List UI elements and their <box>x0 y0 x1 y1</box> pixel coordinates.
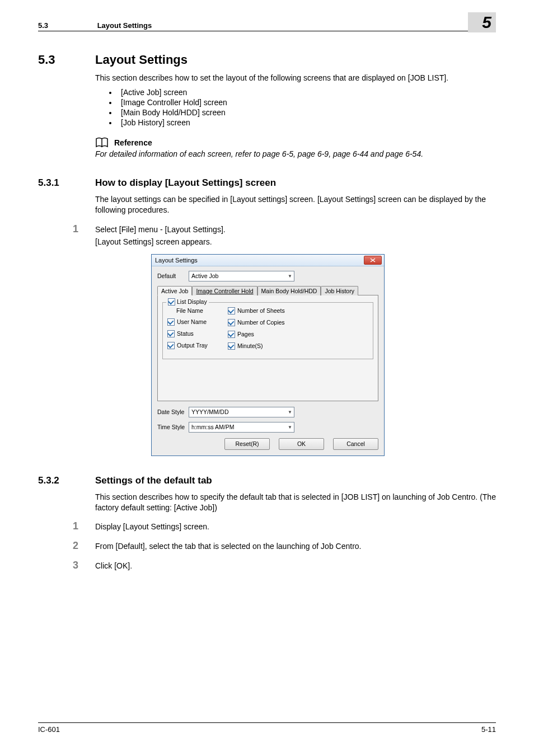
minutes-label: Minute(S) <box>237 342 263 349</box>
step-number: 1 <box>73 223 95 235</box>
list-display-legend: List Display <box>166 298 209 306</box>
reference-icon <box>95 137 110 148</box>
step-number: 2 <box>73 540 95 552</box>
default-combobox[interactable]: Active Job ▼ <box>189 271 294 281</box>
chapter-number: 5 <box>482 13 491 31</box>
tab-panel-active-job: List Display File Name User Name <box>157 295 378 401</box>
layout-settings-dialog-figure: Layout Settings Default Active Job ▼ <box>151 254 496 456</box>
step-number: 3 <box>73 560 95 571</box>
pages-row: Pages <box>228 331 312 338</box>
number-of-copies-checkbox[interactable] <box>228 319 235 326</box>
step-row: 2 From [Default], select the tab that is… <box>95 540 496 552</box>
list-display-legend-text: List Display <box>177 298 207 305</box>
footer-right: 5-11 <box>481 725 496 734</box>
user-name-row: User Name <box>167 318 228 326</box>
status-row: Status <box>167 330 228 337</box>
footer-left: IC-601 <box>38 725 60 734</box>
ok-button[interactable]: OK <box>279 438 324 450</box>
section-5-3-bullets: [Active Job] screen [Image Controller Ho… <box>95 88 496 127</box>
step-text: Select [File] menu - [Layout Settings]. <box>95 225 496 234</box>
dialog-buttons: Reset(R) OK Cancel <box>157 438 378 450</box>
bullet-item: [Job History] screen <box>118 118 496 127</box>
number-of-copies-label: Number of Copies <box>237 319 285 326</box>
section-5-3-1-title: How to display [Layout Settings] screen <box>95 177 276 189</box>
step-text: Click [OK]. <box>95 561 496 570</box>
step-text: Display [Layout Settings] screen. <box>95 522 496 531</box>
step-number: 1 <box>73 520 95 532</box>
reference-label: Reference <box>114 138 152 147</box>
date-style-value: YYYY/MM/DD <box>191 408 229 415</box>
layout-settings-dialog: Layout Settings Default Active Job ▼ <box>151 254 385 456</box>
section-5-3-2-title: Settings of the default tab <box>95 475 212 486</box>
pages-checkbox[interactable] <box>228 331 235 338</box>
reference-text: For detailed information of each screen,… <box>95 149 496 158</box>
close-icon <box>370 258 376 262</box>
default-combobox-value: Active Job <box>191 273 218 279</box>
list-display-checkbox[interactable] <box>168 298 175 306</box>
section-5-3-1-number: 5.3.1 <box>38 177 95 189</box>
bullet-item: [Main Body Hold/HDD] screen <box>118 108 496 117</box>
step-row: 1 Display [Layout Settings] screen. <box>95 520 496 532</box>
reference-row: Reference <box>95 137 496 148</box>
time-style-value: h:mm:ss AM/PM <box>191 424 234 430</box>
step-text: From [Default], select the tab that is s… <box>95 542 496 551</box>
tab-main-body-hold[interactable]: Main Body Hold/HDD <box>257 286 321 295</box>
number-of-copies-row: Number of Copies <box>228 319 312 326</box>
pages-label: Pages <box>237 331 254 337</box>
section-5-3-number: 5.3 <box>38 53 95 67</box>
status-label: Status <box>177 330 194 337</box>
step-subtext: [Layout Settings] screen appears. <box>95 237 496 246</box>
bullet-item: [Active Job] screen <box>118 88 496 97</box>
file-name-label: File Name <box>176 307 203 314</box>
chevron-down-icon: ▼ <box>288 410 292 415</box>
header-left: 5.3 Layout Settings <box>38 21 152 30</box>
date-style-combobox[interactable]: YYYY/MM/DD ▼ <box>189 407 294 417</box>
tab-image-controller-hold[interactable]: Image Controller Hold <box>192 286 257 295</box>
section-5-3-1-heading: 5.3.1 How to display [Layout Settings] s… <box>38 177 496 189</box>
header-section-label: Layout Settings <box>97 21 152 30</box>
section-5-3-2-number: 5.3.2 <box>38 475 95 486</box>
minutes-row: Minute(S) <box>228 342 312 350</box>
header-section-number: 5.3 <box>38 21 95 30</box>
chevron-down-icon: ▼ <box>288 425 292 430</box>
page-footer: IC-601 5-11 <box>38 722 496 734</box>
output-tray-checkbox[interactable] <box>167 342 175 349</box>
number-of-sheets-checkbox[interactable] <box>228 307 235 314</box>
time-style-combobox[interactable]: h:mm:ss AM/PM ▼ <box>189 422 294 433</box>
close-button[interactable] <box>364 256 382 265</box>
section-5-3-title: Layout Settings <box>95 53 188 67</box>
file-name-row: File Name <box>176 307 228 314</box>
bullet-item: [Image Controller Hold] screen <box>118 98 496 107</box>
step-row: 1 Select [File] menu - [Layout Settings]… <box>95 223 496 246</box>
running-header: 5.3 Layout Settings <box>38 21 496 31</box>
cancel-button[interactable]: Cancel <box>333 438 378 450</box>
default-label: Default <box>157 273 189 279</box>
user-name-label: User Name <box>177 318 207 325</box>
number-of-sheets-row: Number of Sheets <box>228 307 312 314</box>
tab-job-history[interactable]: Job History <box>321 286 358 295</box>
list-display-fieldset: List Display File Name User Name <box>162 302 373 359</box>
step-row: 3 Click [OK]. <box>95 560 496 571</box>
chapter-number-box: 5 <box>468 12 496 32</box>
section-5-3-1-intro: The layout settings can be specified in … <box>95 194 496 215</box>
chevron-down-icon: ▼ <box>288 274 292 279</box>
section-5-3-2-heading: 5.3.2 Settings of the default tab <box>38 475 496 486</box>
status-checkbox[interactable] <box>167 330 175 337</box>
dialog-titlebar: Layout Settings <box>152 255 384 266</box>
output-tray-label: Output Tray <box>177 342 208 349</box>
output-tray-row: Output Tray <box>167 342 228 349</box>
user-name-checkbox[interactable] <box>167 318 175 326</box>
minutes-checkbox[interactable] <box>228 342 235 350</box>
date-style-label: Date Style <box>157 408 189 415</box>
reset-button[interactable]: Reset(R) <box>224 438 270 450</box>
tabstrip: Active Job Image Controller Hold Main Bo… <box>157 286 378 295</box>
section-5-3-intro: This section describes how to set the la… <box>95 73 496 83</box>
dialog-title: Layout Settings <box>155 257 198 264</box>
section-5-3-heading: 5.3 Layout Settings <box>38 53 496 67</box>
dialog-body: Default Active Job ▼ Active Job Image Co… <box>152 266 384 456</box>
tab-active-job[interactable]: Active Job <box>157 286 192 295</box>
time-style-label: Time Style <box>157 424 189 430</box>
number-of-sheets-label: Number of Sheets <box>237 307 285 314</box>
section-5-3-2-intro: This section describes how to specify th… <box>95 492 496 513</box>
